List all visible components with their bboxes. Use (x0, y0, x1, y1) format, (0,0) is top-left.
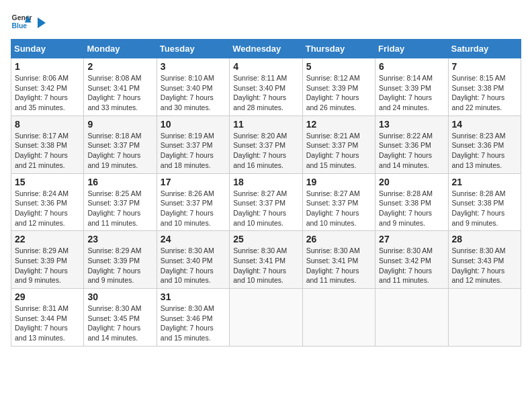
weekday-header-monday: Monday (84, 40, 157, 58)
calendar-cell: 12Sunrise: 8:21 AMSunset: 3:37 PMDayligh… (302, 116, 375, 173)
day-number: 15 (15, 177, 80, 187)
calendar-empty-cell (302, 289, 375, 347)
weekday-header-wednesday: Wednesday (230, 40, 302, 58)
day-number: 9 (87, 119, 152, 130)
calendar-week-row: 29Sunrise: 8:31 AMSunset: 3:44 PMDayligh… (11, 289, 521, 347)
day-number: 7 (452, 61, 517, 72)
calendar-cell: 21Sunrise: 8:28 AMSunset: 3:38 PMDayligh… (448, 173, 521, 231)
calendar-cell: 20Sunrise: 8:28 AMSunset: 3:38 PMDayligh… (375, 173, 448, 231)
calendar-empty-cell (448, 289, 521, 347)
day-info: Sunrise: 8:21 AMSunset: 3:37 PMDaylight:… (306, 131, 371, 171)
day-number: 19 (306, 177, 371, 187)
day-number: 6 (379, 61, 444, 72)
day-info: Sunrise: 8:10 AMSunset: 3:40 PMDaylight:… (161, 73, 226, 113)
calendar-empty-cell (375, 289, 448, 347)
day-info: Sunrise: 8:30 AMSunset: 3:41 PMDaylight:… (306, 246, 371, 285)
calendar-week-row: 8Sunrise: 8:17 AMSunset: 3:38 PMDaylight… (11, 116, 521, 173)
calendar-cell: 9Sunrise: 8:18 AMSunset: 3:37 PMDaylight… (84, 116, 157, 173)
logo: General Blue (11, 11, 47, 32)
day-info: Sunrise: 8:12 AMSunset: 3:39 PMDaylight:… (306, 73, 371, 113)
day-info: Sunrise: 8:26 AMSunset: 3:37 PMDaylight:… (161, 189, 226, 228)
day-number: 30 (87, 291, 152, 302)
day-info: Sunrise: 8:22 AMSunset: 3:36 PMDaylight:… (379, 131, 444, 171)
day-info: Sunrise: 8:30 AMSunset: 3:42 PMDaylight:… (379, 246, 444, 285)
calendar-cell: 22Sunrise: 8:29 AMSunset: 3:39 PMDayligh… (11, 231, 84, 289)
day-info: Sunrise: 8:29 AMSunset: 3:39 PMDaylight:… (87, 246, 152, 285)
calendar-week-row: 15Sunrise: 8:24 AMSunset: 3:36 PMDayligh… (11, 173, 521, 231)
calendar-cell: 8Sunrise: 8:17 AMSunset: 3:38 PMDaylight… (11, 116, 84, 173)
calendar-table: SundayMondayTuesdayWednesdayThursdayFrid… (11, 39, 521, 347)
day-info: Sunrise: 8:30 AMSunset: 3:45 PMDaylight:… (87, 304, 152, 343)
day-number: 16 (87, 177, 152, 187)
day-info: Sunrise: 8:30 AMSunset: 3:46 PMDaylight:… (161, 304, 226, 343)
day-number: 1 (15, 61, 80, 72)
day-info: Sunrise: 8:30 AMSunset: 3:43 PMDaylight:… (452, 246, 517, 285)
day-number: 20 (379, 177, 444, 187)
day-info: Sunrise: 8:28 AMSunset: 3:38 PMDaylight:… (379, 189, 444, 228)
weekday-header-tuesday: Tuesday (157, 40, 229, 58)
svg-marker-3 (38, 17, 46, 28)
calendar-cell: 24Sunrise: 8:30 AMSunset: 3:40 PMDayligh… (157, 231, 229, 289)
day-number: 13 (379, 119, 444, 130)
calendar-cell: 27Sunrise: 8:30 AMSunset: 3:42 PMDayligh… (375, 231, 448, 289)
calendar-cell: 30Sunrise: 8:30 AMSunset: 3:45 PMDayligh… (84, 289, 157, 347)
calendar-cell: 11Sunrise: 8:20 AMSunset: 3:37 PMDayligh… (230, 116, 302, 173)
calendar-cell: 29Sunrise: 8:31 AMSunset: 3:44 PMDayligh… (11, 289, 84, 347)
day-info: Sunrise: 8:30 AMSunset: 3:40 PMDaylight:… (161, 246, 226, 285)
weekday-header-sunday: Sunday (11, 40, 84, 58)
day-number: 23 (87, 234, 152, 244)
weekday-header-friday: Friday (375, 40, 448, 58)
day-info: Sunrise: 8:18 AMSunset: 3:37 PMDaylight:… (87, 131, 152, 171)
day-number: 4 (233, 61, 298, 72)
calendar-cell: 7Sunrise: 8:15 AMSunset: 3:38 PMDaylight… (448, 58, 521, 116)
day-number: 3 (161, 61, 226, 72)
calendar-cell: 14Sunrise: 8:23 AMSunset: 3:36 PMDayligh… (448, 116, 521, 173)
calendar-cell: 31Sunrise: 8:30 AMSunset: 3:46 PMDayligh… (157, 289, 229, 347)
day-info: Sunrise: 8:15 AMSunset: 3:38 PMDaylight:… (452, 73, 517, 113)
calendar-cell: 16Sunrise: 8:25 AMSunset: 3:37 PMDayligh… (84, 173, 157, 231)
calendar-cell: 28Sunrise: 8:30 AMSunset: 3:43 PMDayligh… (448, 231, 521, 289)
day-number: 27 (379, 234, 444, 244)
calendar-cell: 1Sunrise: 8:06 AMSunset: 3:42 PMDaylight… (11, 58, 84, 116)
calendar-cell: 25Sunrise: 8:30 AMSunset: 3:41 PMDayligh… (230, 231, 302, 289)
day-info: Sunrise: 8:17 AMSunset: 3:38 PMDaylight:… (15, 131, 80, 171)
day-number: 24 (161, 234, 226, 244)
header: General Blue (11, 11, 521, 32)
day-number: 29 (15, 291, 80, 302)
day-info: Sunrise: 8:11 AMSunset: 3:40 PMDaylight:… (233, 73, 298, 113)
logo-icon: General Blue (11, 11, 32, 32)
day-info: Sunrise: 8:29 AMSunset: 3:39 PMDaylight:… (15, 246, 80, 285)
day-info: Sunrise: 8:28 AMSunset: 3:38 PMDaylight:… (452, 189, 517, 228)
day-number: 18 (233, 177, 298, 187)
day-number: 22 (15, 234, 80, 244)
day-number: 17 (161, 177, 226, 187)
calendar-cell: 4Sunrise: 8:11 AMSunset: 3:40 PMDaylight… (230, 58, 302, 116)
day-info: Sunrise: 8:27 AMSunset: 3:37 PMDaylight:… (233, 189, 298, 228)
calendar-cell: 18Sunrise: 8:27 AMSunset: 3:37 PMDayligh… (230, 173, 302, 231)
day-info: Sunrise: 8:20 AMSunset: 3:37 PMDaylight:… (233, 131, 298, 171)
calendar-cell: 6Sunrise: 8:14 AMSunset: 3:39 PMDaylight… (375, 58, 448, 116)
calendar-header-row: SundayMondayTuesdayWednesdayThursdayFrid… (11, 40, 521, 58)
day-info: Sunrise: 8:27 AMSunset: 3:37 PMDaylight:… (306, 189, 371, 228)
calendar-cell: 2Sunrise: 8:08 AMSunset: 3:41 PMDaylight… (84, 58, 157, 116)
calendar-cell: 17Sunrise: 8:26 AMSunset: 3:37 PMDayligh… (157, 173, 229, 231)
day-info: Sunrise: 8:08 AMSunset: 3:41 PMDaylight:… (87, 73, 152, 113)
weekday-header-saturday: Saturday (448, 40, 521, 58)
calendar-cell: 13Sunrise: 8:22 AMSunset: 3:36 PMDayligh… (375, 116, 448, 173)
day-number: 2 (87, 61, 152, 72)
calendar-cell: 10Sunrise: 8:19 AMSunset: 3:37 PMDayligh… (157, 116, 229, 173)
logo-flag-icon (35, 16, 47, 31)
day-number: 31 (161, 291, 226, 302)
calendar-cell: 5Sunrise: 8:12 AMSunset: 3:39 PMDaylight… (302, 58, 375, 116)
day-info: Sunrise: 8:19 AMSunset: 3:37 PMDaylight:… (161, 131, 226, 171)
day-number: 5 (306, 61, 371, 72)
calendar-cell: 3Sunrise: 8:10 AMSunset: 3:40 PMDaylight… (157, 58, 229, 116)
calendar-cell: 19Sunrise: 8:27 AMSunset: 3:37 PMDayligh… (302, 173, 375, 231)
svg-text:Blue: Blue (12, 22, 28, 30)
calendar-cell: 26Sunrise: 8:30 AMSunset: 3:41 PMDayligh… (302, 231, 375, 289)
day-number: 12 (306, 119, 371, 130)
day-info: Sunrise: 8:25 AMSunset: 3:37 PMDaylight:… (87, 189, 152, 228)
day-number: 25 (233, 234, 298, 244)
day-number: 21 (452, 177, 517, 187)
calendar-week-row: 1Sunrise: 8:06 AMSunset: 3:42 PMDaylight… (11, 58, 521, 116)
